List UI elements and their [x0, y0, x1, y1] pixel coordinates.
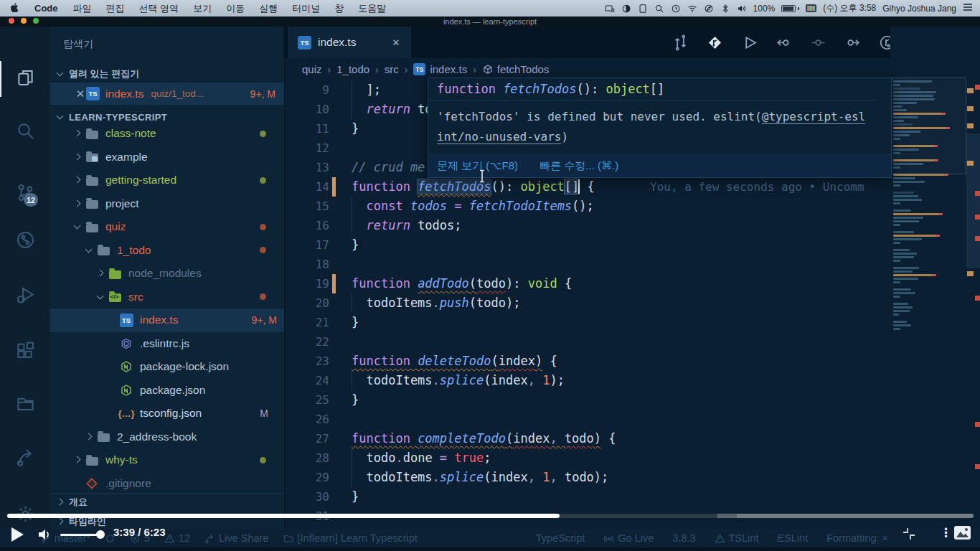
code-line-14[interactable]: 14function fetchTodos(): object[] {You, … — [285, 177, 980, 197]
activity-explorer-icon[interactable] — [16, 68, 35, 88]
menu-clock[interactable]: (수) 오후 3:58 — [823, 2, 876, 14]
quick-fix-link[interactable]: 빠른 수정... (⌘.) — [540, 159, 618, 173]
line-number[interactable]: 9 — [285, 80, 329, 100]
volume-slider[interactable] — [60, 534, 100, 536]
browser-icon[interactable] — [704, 4, 714, 14]
spotlight-icon[interactable] — [654, 4, 664, 14]
line-number[interactable]: 29 — [285, 468, 329, 487]
breadcrumb-item[interactable]: quiz — [302, 63, 322, 75]
close-tab-icon[interactable] — [390, 36, 402, 49]
tree-item--eslintrc-js[interactable]: .eslintrc.js — [50, 332, 284, 356]
nav-forward-icon[interactable] — [844, 34, 861, 51]
tree-item-class-note[interactable]: class-note — [50, 122, 284, 146]
volume-icon[interactable] — [737, 4, 747, 14]
screen-mirror-icon[interactable] — [605, 4, 615, 14]
line-number[interactable]: 30 — [285, 487, 329, 507]
line-number[interactable]: 15 — [285, 197, 329, 216]
tab-index-ts[interactable]: index.ts — [288, 27, 411, 58]
minimize-window-button[interactable] — [21, 18, 27, 24]
close-window-button[interactable] — [9, 18, 14, 24]
menu-item[interactable]: 선택 영역 — [132, 3, 187, 14]
tree-item-1-todo[interactable]: 1_todo — [50, 239, 284, 263]
menu-item[interactable]: 편집 — [99, 3, 132, 14]
tree-item-src[interactable]: src — [50, 286, 284, 309]
code-line-22[interactable]: 22 — [285, 332, 980, 352]
activity-run-debug-icon[interactable] — [16, 285, 35, 304]
tree-item-example[interactable]: example — [50, 146, 284, 169]
tree-item-quiz[interactable]: quiz — [50, 215, 284, 239]
code-line-23[interactable]: 23function deleteTodo(index) { — [285, 352, 980, 371]
video-seek-bar[interactable] — [0, 514, 980, 518]
code-line-26[interactable]: 26 — [285, 410, 980, 429]
menu-item[interactable]: 이동 — [219, 3, 252, 14]
nav-center-icon[interactable] — [810, 34, 826, 51]
line-number[interactable]: 19 — [285, 274, 329, 293]
contrast-icon[interactable] — [621, 4, 631, 14]
code-line-28[interactable]: 28 todo.done = true; — [285, 448, 980, 468]
tree-item-index-ts[interactable]: index.ts9+, M — [50, 309, 284, 332]
close-editor-icon[interactable]: ✕ — [75, 88, 86, 100]
menu-item[interactable]: 보기 — [186, 3, 219, 14]
menu-item[interactable]: 창 — [327, 3, 351, 14]
menu-item[interactable]: 실행 — [252, 3, 285, 14]
code-line-17[interactable]: 17} — [285, 235, 980, 255]
notification-center-icon[interactable] — [963, 3, 973, 14]
line-number[interactable]: 10 — [285, 100, 329, 119]
line-number[interactable]: 23 — [285, 352, 329, 371]
tree-item-2-address-book[interactable]: 2_address-book — [50, 425, 284, 449]
code-line-29[interactable]: 29 todoItems.splice(index, 1, todo); — [285, 468, 980, 487]
line-number[interactable]: 21 — [285, 313, 329, 332]
line-number[interactable]: 16 — [285, 216, 329, 235]
line-number[interactable]: 20 — [285, 293, 329, 313]
tree-item-package-json[interactable]: package.json — [50, 379, 284, 402]
activity-extensions-icon[interactable] — [16, 341, 35, 360]
activity-search-icon[interactable] — [16, 121, 35, 141]
line-number[interactable]: 25 — [285, 390, 329, 410]
line-number[interactable]: 14 — [285, 177, 329, 197]
activity-project-manager-icon[interactable] — [16, 394, 35, 413]
minimap-slider[interactable] — [890, 77, 966, 174]
breadcrumb-item[interactable]: index.ts — [413, 63, 467, 75]
code-line-30[interactable]: 30} — [285, 487, 980, 507]
git-status-icon[interactable] — [707, 34, 723, 51]
thumbnail-button[interactable] — [954, 526, 971, 540]
code-line-15[interactable]: 15 const todos = fetchTodoItems(); — [285, 197, 980, 216]
pip-button[interactable] — [901, 526, 917, 542]
minimap[interactable] — [890, 27, 966, 529]
wifi-icon[interactable] — [687, 4, 697, 14]
display-icon[interactable] — [638, 4, 648, 14]
video-menu-button[interactable] — [940, 525, 952, 540]
line-number[interactable]: 26 — [285, 410, 329, 429]
volume-icon[interactable] — [36, 526, 53, 543]
outline-section[interactable]: 개요 — [50, 493, 284, 510]
breadcrumb-item[interactable]: fetchTodos — [482, 63, 550, 75]
menu-item[interactable]: 파일 — [66, 3, 99, 14]
tree-item-package-lock-json[interactable]: package-lock.json — [50, 355, 284, 379]
code-line-19[interactable]: 19function addTodo(todo): void { — [285, 274, 980, 293]
menu-item[interactable]: 도움말 — [351, 3, 393, 14]
breadcrumb-item[interactable]: src — [385, 63, 399, 75]
tree-item-project[interactable]: project — [50, 192, 284, 216]
time-machine-icon[interactable] — [671, 4, 681, 14]
run-icon[interactable] — [741, 34, 758, 51]
menu-app[interactable]: Code — [27, 3, 66, 14]
open-editors-section[interactable]: 열려 있는 편집기 — [50, 65, 284, 83]
menu-item[interactable]: 터미널 — [285, 3, 327, 14]
line-number[interactable]: 13 — [285, 158, 329, 177]
line-number[interactable]: 17 — [285, 235, 329, 255]
open-editor-item[interactable]: ✕ index.ts quiz/1_tod... 9+, M — [50, 83, 284, 105]
code-line-24[interactable]: 24 todoItems.splice(index, 1); — [285, 371, 980, 390]
line-number[interactable]: 27 — [285, 429, 329, 448]
tree-item--gitignore[interactable]: .gitignore — [50, 472, 284, 496]
bluetooth-icon[interactable] — [720, 4, 730, 14]
line-number[interactable]: 28 — [285, 448, 329, 468]
play-button[interactable] — [11, 527, 24, 542]
code-line-27[interactable]: 27function completeTodo(index, todo) { — [285, 429, 980, 448]
breadcrumb-item[interactable]: 1_todo — [336, 63, 369, 75]
tree-item-tsconfig-json[interactable]: tsconfig.jsonM — [50, 402, 284, 425]
zoom-window-button[interactable] — [33, 18, 39, 24]
tree-item-getting-started[interactable]: getting-started — [50, 169, 284, 192]
line-number[interactable]: 11 — [285, 119, 329, 138]
menu-user[interactable]: Gihyo Joshua Jang — [882, 4, 956, 14]
line-number[interactable]: 12 — [285, 138, 329, 158]
